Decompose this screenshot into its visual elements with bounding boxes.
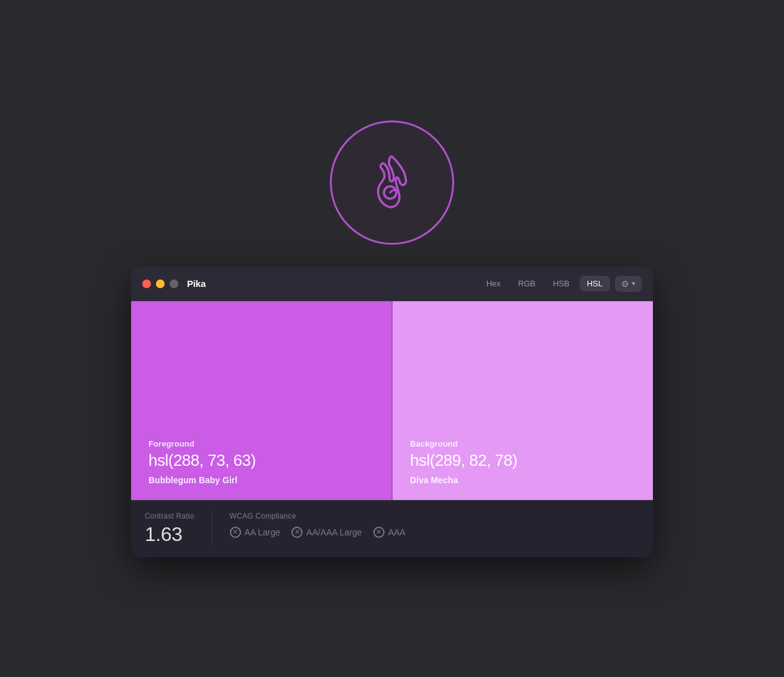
wcag-aaa: ✕ AAA [373,527,406,538]
window-title: Pika [187,278,479,289]
wcag-aa-large: ✕ AA Large [230,527,281,538]
foreground-label: Foreground [148,439,374,448]
foreground-color-name: Bubblegum Baby Girl [148,475,374,485]
app-window: Pika Hex RGB HSB HSL ⚙ ▾ Foreground hsl(… [131,267,653,557]
color-swatches: Foreground hsl(288, 73, 63) Bubblegum Ba… [131,301,653,500]
tab-rgb[interactable]: RGB [511,276,543,291]
flame-icon [361,150,423,215]
wcag-section: WCAG Compliance ✕ AA Large ✕ AA/AAA Larg… [230,512,406,538]
app-icon-circle [330,120,454,245]
tab-hex[interactable]: Hex [479,276,508,291]
wcag-aa-aaa-large-label: AA/AAA Large [306,527,362,537]
contrast-ratio-value: 1.63 [145,523,194,546]
settings-button[interactable]: ⚙ ▾ [615,276,642,292]
background-swatch[interactable]: Background hsl(289, 82, 78) Diva Mecha [393,301,653,500]
contrast-ratio-section: Contrast Ratio 1.63 [145,512,212,546]
tab-hsl[interactable]: HSL [580,276,610,291]
zoom-button[interactable] [170,279,178,288]
background-color-name: Diva Mecha [410,475,636,485]
foreground-value: hsl(288, 73, 63) [148,451,374,470]
wcag-aa-aaa-large-icon: ✕ [291,527,303,538]
wcag-badges: ✕ AA Large ✕ AA/AAA Large ✕ AAA [230,527,406,538]
traffic-lights [142,279,178,288]
format-tabs: Hex RGB HSB HSL [479,276,610,291]
contrast-ratio-label: Contrast Ratio [145,512,194,520]
background-label: Background [410,439,636,448]
app-icon-container [330,120,454,245]
contrast-bar: Contrast Ratio 1.63 WCAG Compliance ✕ AA… [131,500,653,557]
titlebar: Pika Hex RGB HSB HSL ⚙ ▾ [131,267,653,301]
background-value: hsl(289, 82, 78) [410,451,636,470]
chevron-down-icon: ▾ [632,279,636,288]
foreground-swatch[interactable]: Foreground hsl(288, 73, 63) Bubblegum Ba… [131,301,393,500]
minimize-button[interactable] [156,279,165,288]
wcag-aa-aaa-large: ✕ AA/AAA Large [291,527,362,538]
close-button[interactable] [142,279,151,288]
wcag-label: WCAG Compliance [230,512,406,520]
tab-hsb[interactable]: HSB [545,276,577,291]
gear-icon: ⚙ [621,279,629,289]
wcag-aaa-label: AAA [388,527,406,537]
wcag-aaa-icon: ✕ [373,527,385,538]
wcag-aa-large-icon: ✕ [230,527,241,538]
wcag-aa-large-label: AA Large [245,527,281,537]
